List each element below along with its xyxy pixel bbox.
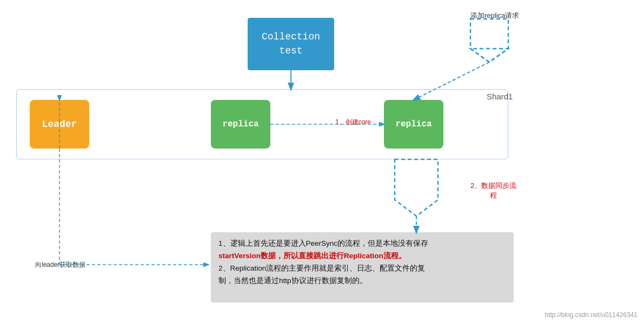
- leader-label: Leader: [42, 119, 77, 130]
- add-replica-label: 添加replica请求: [470, 11, 519, 21]
- svg-marker-1: [470, 19, 508, 62]
- svg-marker-2: [470, 49, 508, 62]
- svg-marker-4: [395, 159, 438, 216]
- replica1-label: replica: [222, 119, 258, 129]
- replica2-label: replica: [395, 119, 431, 129]
- replica2-box: replica: [384, 100, 443, 149]
- replica1-box: replica: [211, 100, 270, 149]
- watermark: http://blog.csdn.net/u011426341: [545, 311, 638, 319]
- info-text-1: 1、逻辑上首先还是要进入PeerSync的流程，但是本地没有保存: [218, 239, 428, 247]
- collection-label: Collection test: [248, 30, 334, 57]
- diagram-container: Collection test Shard1 Leader replica re…: [0, 0, 644, 323]
- info-box: 1、逻辑上首先还是要进入PeerSync的流程，但是本地没有保存 startVe…: [211, 232, 514, 302]
- info-text-2: 2、Replication流程的主要作用就是索引、日志、配置文件的复制，当然也是…: [218, 264, 425, 285]
- create-core-label: 1、创建core: [335, 118, 371, 127]
- sync-label: 2、数据同步流程: [470, 181, 516, 200]
- collection-box: Collection test: [248, 18, 334, 70]
- shard-label: Shard1: [487, 92, 513, 101]
- leader-box: Leader: [30, 100, 89, 149]
- get-data-label: 向leader获取数据: [35, 260, 85, 270]
- info-text-bold: startVersion数据，所以直接跳出进行Replication流程。: [218, 252, 406, 260]
